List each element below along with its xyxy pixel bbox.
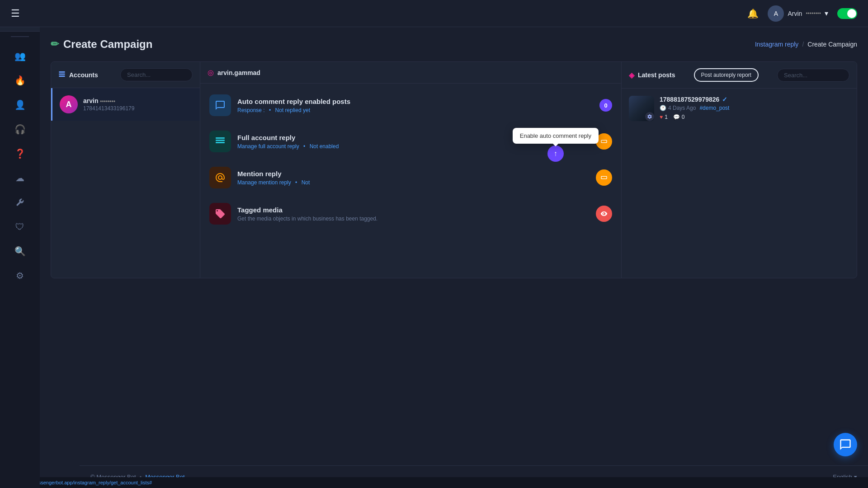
user-name: Arvin bbox=[788, 10, 802, 17]
topnav: ☰ 🔔 A Arvin •••••••• ▾ bbox=[0, 0, 868, 27]
tagged-media-view-button[interactable] bbox=[596, 206, 612, 222]
sidebar-nav: 👥 🔥 👤 🎧 ❓ ☁ 🛡 🔍 ⚙ bbox=[0, 42, 40, 290]
sidebar-item-cloud[interactable]: ☁ bbox=[9, 167, 31, 189]
tooltip-text: Enable auto comment reply bbox=[513, 128, 599, 144]
accounts-search-input[interactable] bbox=[120, 68, 193, 81]
account-item[interactable]: A arvin •••••••• 17841413433196179 bbox=[51, 88, 200, 121]
full-account-icon-box bbox=[209, 131, 231, 152]
breadcrumb-parent[interactable]: Instagram reply bbox=[755, 41, 798, 48]
account-id: 17841413433196179 bbox=[83, 105, 193, 112]
post-id-row: 17888187529979826 ✓ bbox=[660, 96, 849, 103]
posts-panel-header: ◈ Latest posts Post autoreply report bbox=[622, 62, 857, 89]
post-tag: #demo_post bbox=[699, 105, 729, 111]
sidebar-item-fire[interactable]: 🔥 bbox=[9, 70, 31, 91]
accounts-title-text: Accounts bbox=[69, 71, 98, 79]
chevron-down-icon: ▾ bbox=[825, 9, 828, 18]
mention-text: Mention reply Manage mention reply • Not bbox=[237, 170, 590, 186]
option-full-account: Full account reply Manage full account r… bbox=[200, 123, 621, 160]
account-handle: arvin.gammad bbox=[217, 69, 260, 76]
sidebar-item-settings[interactable]: ⚙ bbox=[9, 265, 31, 286]
mention-settings-button[interactable] bbox=[596, 169, 612, 186]
post-meta: 🕐 4 Days Ago #demo_post bbox=[660, 105, 849, 111]
auto-comment-icon-box bbox=[209, 94, 231, 116]
chat-widget-button[interactable] bbox=[834, 433, 857, 456]
user-menu[interactable]: A Arvin •••••••• ▾ bbox=[768, 5, 828, 22]
svg-rect-3 bbox=[216, 137, 225, 139]
hamburger-menu[interactable]: ☰ bbox=[11, 8, 20, 19]
tagged-media-title: Tagged media bbox=[237, 206, 590, 214]
sidebar: 🤖 👥 🔥 👤 🎧 ❓ ☁ 🛡 🔍 ⚙ bbox=[0, 0, 40, 488]
accounts-panel-title: Accounts bbox=[58, 70, 98, 80]
options-panel-header: ◎ arvin.gammad bbox=[200, 62, 621, 84]
options-panel: ◎ arvin.gammad Auto comment reply enable… bbox=[200, 62, 622, 278]
post-comments: 💬 0 bbox=[673, 114, 685, 120]
status-bar: https://start.messengerbot.app/instagram… bbox=[0, 477, 868, 488]
page-header: ✏ Create Campaign Instagram reply / Crea… bbox=[51, 38, 857, 51]
svg-rect-0 bbox=[59, 71, 65, 73]
posts-title-text: Latest posts bbox=[638, 71, 675, 79]
account-name: arvin •••••••• bbox=[83, 97, 193, 104]
main-content: ✏ Create Campaign Instagram reply / Crea… bbox=[40, 27, 868, 488]
accounts-icon bbox=[58, 70, 66, 80]
accounts-list: A arvin •••••••• 17841413433196179 bbox=[51, 88, 200, 121]
svg-rect-5 bbox=[216, 142, 225, 143]
instagram-icon: ◎ bbox=[208, 68, 214, 77]
post-thumbnail bbox=[629, 96, 654, 121]
comment-icon: 💬 bbox=[673, 114, 680, 120]
tagged-media-icon-box bbox=[209, 203, 231, 225]
post-thumb-settings-icon bbox=[645, 112, 654, 121]
svg-rect-4 bbox=[216, 140, 225, 141]
sidebar-item-search[interactable]: 🔍 bbox=[9, 240, 31, 262]
breadcrumb: Instagram reply / Create Campaign bbox=[755, 41, 857, 48]
tagged-media-text: Tagged media Get the media objects in wh… bbox=[237, 206, 590, 222]
post-autoreply-report-button[interactable]: Post autoreply report bbox=[694, 68, 759, 82]
post-item: 17888187529979826 ✓ 🕐 4 Days Ago #demo_p… bbox=[622, 89, 857, 128]
post-stats: ♥ 1 💬 0 bbox=[660, 114, 849, 120]
mention-subtitle: Manage mention reply • Not bbox=[237, 179, 590, 186]
pencil-icon: ✏ bbox=[51, 38, 59, 50]
accounts-panel: Accounts A arvin •••••••• 17841413433196… bbox=[51, 62, 200, 278]
option-auto-comment: Auto comment reply enabled posts Respons… bbox=[200, 87, 621, 123]
sidebar-item-person[interactable]: 👤 bbox=[9, 94, 31, 116]
accounts-panel-header: Accounts bbox=[51, 62, 200, 88]
avatar: A bbox=[768, 5, 784, 22]
heart-icon: ♥ bbox=[660, 114, 663, 120]
topnav-left: ☰ bbox=[11, 8, 20, 19]
auto-comment-title: Auto comment reply enabled posts bbox=[237, 98, 593, 105]
topnav-right: 🔔 A Arvin •••••••• ▾ bbox=[747, 5, 857, 22]
toggle-knob bbox=[847, 9, 856, 18]
post-likes: ♥ 1 bbox=[660, 114, 668, 120]
posts-title: ◈ Latest posts bbox=[629, 71, 675, 80]
option-mention: Mention reply Manage mention reply • Not bbox=[200, 160, 621, 196]
auto-comment-text: Auto comment reply enabled posts Respons… bbox=[237, 98, 593, 113]
svg-rect-2 bbox=[59, 75, 65, 77]
post-id: 17888187529979826 bbox=[660, 96, 719, 103]
verified-icon: ✓ bbox=[722, 96, 727, 103]
sidebar-item-users[interactable]: 👥 bbox=[9, 45, 31, 67]
auto-comment-subtitle: Response : • Not replied yet bbox=[237, 107, 593, 113]
breadcrumb-current: Create Campaign bbox=[807, 41, 857, 48]
breadcrumb-separator: / bbox=[802, 41, 804, 48]
tooltip-container: Enable auto comment reply ↑ bbox=[513, 128, 599, 162]
account-info: arvin •••••••• 17841413433196179 bbox=[83, 97, 193, 112]
sidebar-item-shield[interactable]: 🛡 bbox=[9, 216, 31, 238]
notification-bell-icon[interactable]: 🔔 bbox=[747, 8, 759, 19]
user-mask: •••••••• bbox=[806, 10, 821, 17]
panels-container: Accounts A arvin •••••••• 17841413433196… bbox=[51, 61, 857, 278]
account-name-mask: •••••••• bbox=[100, 98, 115, 104]
svg-rect-1 bbox=[59, 73, 65, 75]
posts-icon: ◈ bbox=[629, 71, 634, 80]
option-tagged-media: Tagged media Get the media objects in wh… bbox=[200, 196, 621, 232]
mention-title: Mention reply bbox=[237, 170, 590, 178]
auto-comment-badge: 0 bbox=[599, 99, 612, 112]
sidebar-item-tools[interactable] bbox=[9, 192, 31, 213]
sidebar-item-help[interactable]: ❓ bbox=[9, 143, 31, 164]
theme-toggle[interactable] bbox=[837, 8, 857, 19]
mention-icon-box bbox=[209, 167, 231, 188]
sidebar-item-headset[interactable]: 🎧 bbox=[9, 118, 31, 140]
page-title: ✏ Create Campaign bbox=[51, 38, 152, 51]
posts-search-input[interactable] bbox=[777, 69, 849, 82]
post-details: 17888187529979826 ✓ 🕐 4 Days Ago #demo_p… bbox=[660, 96, 849, 120]
tagged-media-subtitle: Get the media objects in which business … bbox=[237, 216, 590, 222]
sidebar-divider bbox=[11, 36, 29, 37]
